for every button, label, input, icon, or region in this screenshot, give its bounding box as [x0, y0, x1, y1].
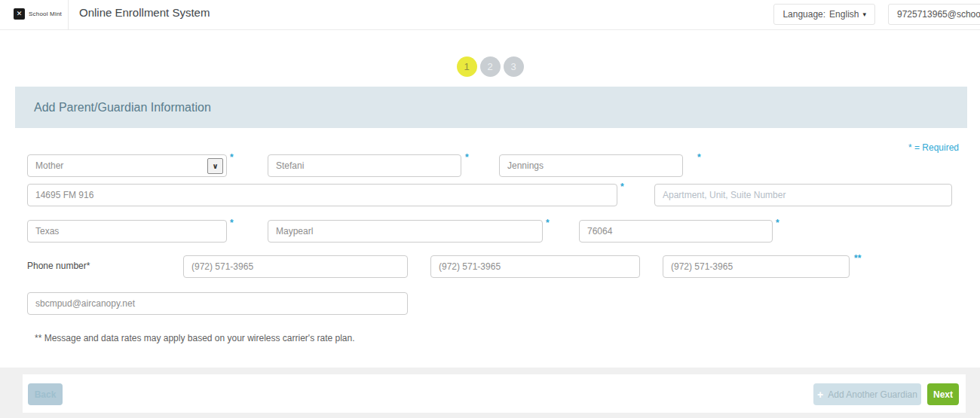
step-1-indicator: 1 [457, 56, 477, 77]
schoolmint-logo-icon: ✕ [14, 8, 25, 20]
last-name-input[interactable] [499, 154, 683, 177]
next-button-label: Next [933, 389, 953, 400]
sms-rates-note: ** Message and data rates may apply base… [35, 333, 355, 343]
add-another-guardian-label: Add Another Guardian [828, 389, 917, 400]
first-name-input[interactable] [268, 154, 461, 177]
address-line2-input[interactable] [654, 184, 952, 206]
work-phone-input[interactable] [430, 255, 640, 278]
city-input[interactable] [268, 220, 543, 243]
step-3-indicator: 3 [504, 56, 524, 77]
page-title: Online Enrollment System [79, 6, 210, 19]
section-banner: Add Parent/Guardian Information [15, 87, 967, 128]
account-email: 9725713965@schoolmint [897, 9, 980, 20]
schoolmint-logo-text: School Mint [29, 11, 62, 17]
schoolmint-logo: ✕ School Mint [14, 8, 62, 20]
relationship-selected-value: Mother [35, 160, 63, 171]
chevron-down-icon: ▾ [862, 11, 866, 18]
step-indicator: 1 2 3 [0, 56, 980, 77]
next-button[interactable]: Next [927, 383, 959, 405]
add-another-guardian-button[interactable]: + Add Another Guardian [813, 383, 921, 405]
back-button-label: Back [35, 389, 57, 400]
email-input[interactable] [27, 292, 408, 315]
double-required-asterisk: ** [854, 253, 861, 264]
topbar-divider [68, 0, 69, 30]
back-button[interactable]: Back [28, 383, 63, 405]
required-asterisk: * [620, 182, 624, 192]
required-asterisk: * [697, 152, 701, 163]
street-address-input[interactable] [27, 184, 617, 206]
required-asterisk: * [546, 218, 550, 228]
plus-icon: + [817, 389, 823, 401]
relationship-select[interactable]: Mother ∨ [27, 154, 227, 177]
required-asterisk: * [465, 152, 469, 163]
account-menu-button[interactable]: 9725713965@schoolmint [888, 4, 980, 25]
required-asterisk: * [230, 152, 234, 163]
required-asterisk: * [776, 218, 779, 228]
home-phone-input[interactable] [183, 255, 408, 278]
mobile-phone-input[interactable] [663, 255, 850, 278]
state-input[interactable] [27, 220, 227, 243]
language-dropdown-button[interactable]: Language: English ▾ [773, 4, 875, 25]
section-title: Add Parent/Guardian Information [34, 101, 211, 114]
language-value: English [829, 9, 859, 20]
dropdown-chevron-icon: ∨ [207, 158, 223, 174]
zip-input[interactable] [579, 220, 773, 243]
language-label: Language: [782, 9, 825, 20]
required-legend: * = Required [908, 142, 959, 153]
phone-number-label: Phone number* [27, 261, 90, 271]
step-2-indicator: 2 [480, 56, 501, 77]
top-bar: ✕ School Mint Online Enrollment System L… [0, 0, 980, 30]
required-asterisk: * [230, 218, 234, 228]
